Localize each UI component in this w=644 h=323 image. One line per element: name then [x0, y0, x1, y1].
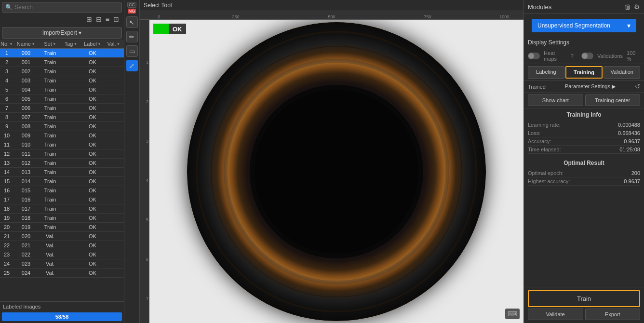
- table-row[interactable]: 13 012 Train OK: [0, 159, 124, 168]
- validate-button[interactable]: Validate: [528, 309, 583, 320]
- learning-rate-label: Learning rate:: [528, 122, 561, 128]
- cell-name: 017: [13, 205, 39, 212]
- table-row[interactable]: 10 009 Train OK: [0, 131, 124, 140]
- col-header-label[interactable]: Label▼: [80, 41, 105, 47]
- table-row[interactable]: 11 010 Train OK: [0, 140, 124, 149]
- cell-name: 019: [13, 224, 39, 230]
- table-row[interactable]: 18 017 Train OK: [0, 204, 124, 214]
- table-row[interactable]: 4 003 Train OK: [0, 76, 124, 85]
- table-row[interactable]: 2 001 Train OK: [0, 58, 124, 67]
- cell-label: OK: [80, 205, 105, 212]
- train-button[interactable]: Train: [528, 290, 640, 307]
- grid-icon[interactable]: ⊞: [85, 14, 93, 24]
- table-row[interactable]: 9 008 Train OK: [0, 122, 124, 131]
- table-row[interactable]: 14 013 Train OK: [0, 168, 124, 177]
- validations-label: Validations: [597, 53, 623, 59]
- heatmap-toggle[interactable]: [528, 53, 540, 59]
- cell-val: [105, 260, 122, 267]
- tab-labeling[interactable]: Labeling: [528, 66, 564, 79]
- select-tool-btn[interactable]: ↖: [126, 16, 138, 28]
- table-row[interactable]: 3 002 Train OK: [0, 67, 124, 76]
- table-row[interactable]: 17 016 Train OK: [0, 195, 124, 204]
- progress-bar: 58/58: [2, 312, 122, 321]
- cell-val: [105, 205, 122, 212]
- cell-name: 024: [13, 269, 39, 276]
- col-header-set[interactable]: Set▼: [39, 41, 62, 47]
- ruler-tick-500: 500: [328, 14, 335, 19]
- optimal-result-title: Optimal Result: [528, 160, 640, 166]
- cell-set: Train: [39, 95, 62, 102]
- settings-icon[interactable]: ⚙: [634, 3, 640, 11]
- parameter-settings-button[interactable]: Parameter Settings ▶: [565, 83, 616, 90]
- table-row[interactable]: 6 005 Train OK: [0, 94, 124, 104]
- cell-val: [105, 160, 122, 166]
- cell-tag: [62, 224, 80, 230]
- table-row[interactable]: 5 004 Train OK: [0, 85, 124, 94]
- table-row[interactable]: 23 022 Val. OK: [0, 250, 124, 259]
- table-row[interactable]: 20 019 Train OK: [0, 223, 124, 232]
- ruler-tick-250: 250: [232, 14, 239, 19]
- cell-no: 20: [0, 224, 13, 230]
- cell-name: 022: [13, 251, 39, 258]
- col-header-no[interactable]: No.▼: [0, 41, 13, 47]
- cell-no: 9: [0, 123, 13, 130]
- table-row[interactable]: 1 000 Train OK: [0, 49, 124, 58]
- cell-set: Val.: [39, 269, 62, 276]
- import-icon[interactable]: ⊡: [112, 14, 120, 24]
- table-row[interactable]: 19 018 Train OK: [0, 214, 124, 223]
- cell-label: OK: [80, 242, 105, 249]
- search-bar[interactable]: 🔍: [2, 2, 122, 13]
- cell-no: 8: [0, 114, 13, 121]
- cell-val: [105, 68, 122, 75]
- cell-no: 1: [0, 50, 13, 56]
- filter-icon[interactable]: ⊟: [95, 14, 103, 24]
- optimal-result-section: Optimal Result Optimal epoch: 200 Highes…: [524, 157, 644, 188]
- cell-label: OK: [80, 169, 105, 175]
- help-icon[interactable]: ?: [571, 53, 574, 59]
- keyboard-icon[interactable]: ⌨: [505, 309, 520, 319]
- ruler-vertical: 1 2 3 4 5 6 7: [140, 20, 149, 323]
- import-export-button[interactable]: Import/Export ▾: [2, 27, 122, 39]
- cell-val: [105, 224, 122, 230]
- tab-validation[interactable]: Validation: [604, 66, 640, 79]
- cell-name: 008: [13, 123, 39, 130]
- table-row[interactable]: 16 015 Train OK: [0, 186, 124, 195]
- list-icon[interactable]: ≡: [105, 14, 110, 24]
- table-row[interactable]: 25 024 Val. OK: [0, 269, 124, 278]
- tab-training[interactable]: Training: [565, 66, 603, 79]
- cell-tag: [62, 215, 80, 221]
- col-header-val[interactable]: Val.▼: [105, 41, 122, 47]
- table-row[interactable]: 12 011 Train OK: [0, 149, 124, 159]
- ng-badge: NG: [128, 9, 136, 13]
- history-icon[interactable]: ↺: [635, 83, 640, 90]
- draw-tool-btn[interactable]: ✏: [126, 31, 138, 42]
- show-chart-button[interactable]: Show chart: [528, 94, 583, 106]
- export-button[interactable]: Export: [585, 309, 641, 320]
- table-row[interactable]: 8 007 Train OK: [0, 113, 124, 122]
- cell-label: OK: [80, 150, 105, 157]
- validations-toggle[interactable]: [581, 53, 593, 59]
- table-row[interactable]: 21 020 Val. OK: [0, 232, 124, 241]
- table-row[interactable]: 24 023 Val. OK: [0, 259, 124, 269]
- ruler-v-2: 2: [140, 99, 148, 104]
- cell-label: OK: [80, 251, 105, 258]
- table-header: No.▼ Name▼ Set▼ Tag▼ Label▼ Val.▼: [0, 40, 124, 49]
- cell-set: Train: [39, 77, 62, 84]
- training-center-button[interactable]: Training center: [585, 94, 641, 106]
- move-tool-btn[interactable]: ⤢: [126, 60, 138, 71]
- table-row[interactable]: 22 021 Val. OK: [0, 241, 124, 250]
- cell-no: 21: [0, 233, 13, 240]
- cell-name: 006: [13, 105, 39, 111]
- cell-set: Val.: [39, 251, 62, 258]
- search-input[interactable]: [14, 4, 119, 11]
- cell-label: OK: [80, 105, 105, 111]
- unsupervised-segmentation-button[interactable]: Unsupervised Segmentation ▾: [532, 19, 636, 32]
- cell-val: [105, 95, 122, 102]
- col-header-name[interactable]: Name▼: [13, 41, 39, 47]
- table-row[interactable]: 7 006 Train OK: [0, 104, 124, 113]
- delete-icon[interactable]: 🗑: [624, 3, 631, 11]
- ruler-v-5: 5: [140, 217, 148, 222]
- rect-tool-btn[interactable]: ▭: [126, 45, 138, 57]
- col-header-tag[interactable]: Tag▼: [62, 41, 80, 47]
- table-row[interactable]: 15 014 Train OK: [0, 177, 124, 186]
